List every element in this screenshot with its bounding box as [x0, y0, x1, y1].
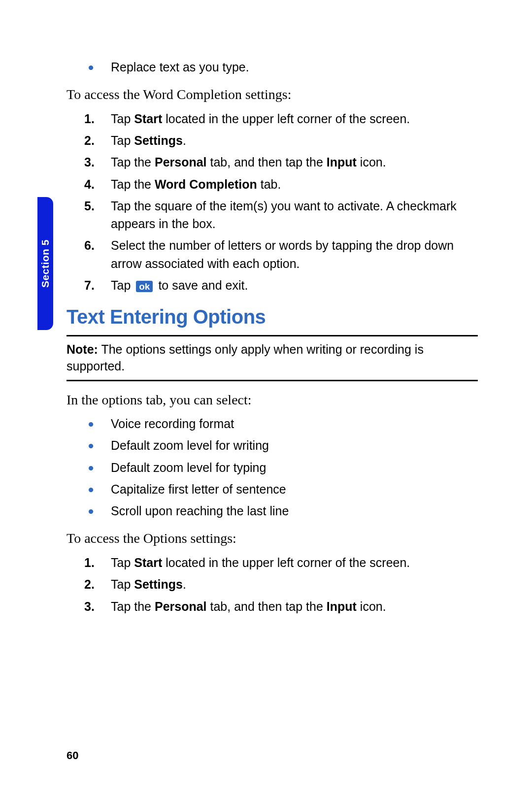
step-text: Tap the	[111, 599, 155, 613]
step-text: tab.	[257, 177, 281, 191]
intro-word-completion: To access the Word Completion settings:	[66, 85, 478, 105]
step-text: Tap the	[111, 155, 155, 169]
note-box: Note: The options settings only apply wh…	[66, 335, 478, 381]
step-number: 6.	[84, 236, 95, 254]
note-label: Note:	[66, 342, 98, 356]
step-bold: Start	[134, 112, 162, 126]
list-item: Replace text as you type.	[66, 58, 478, 76]
bullet-text: Default zoom level for typing	[111, 461, 266, 474]
step-bold: Personal	[155, 155, 207, 169]
step-text: icon.	[357, 599, 386, 613]
step-text: located in the upper left corner of the …	[162, 112, 410, 126]
step-text: tab, and then tap the	[207, 599, 327, 613]
steps-access-options: 1.Tap Start located in the upper left co…	[66, 554, 478, 615]
step-text: tab, and then tap the	[207, 155, 327, 169]
step-text: icon.	[357, 155, 386, 169]
options-bullet-list: Voice recording formatDefault zoom level…	[66, 415, 478, 520]
step-text: .	[183, 577, 186, 591]
step-item: 7.Tap ok to save and exit.	[66, 276, 478, 294]
top-bullet-list: Replace text as you type.	[66, 58, 478, 76]
step-number: 3.	[84, 598, 95, 615]
section-tab-label: Section 5	[39, 239, 51, 288]
page-number: 60	[66, 749, 78, 762]
step-number: 3.	[84, 153, 95, 171]
step-bold: Personal	[155, 599, 207, 613]
step-number: 1.	[84, 110, 95, 128]
step-item: 6.Select the number of letters or words …	[66, 236, 478, 272]
step-text: Tap	[111, 278, 134, 292]
step-number: 5.	[84, 197, 95, 215]
bullet-text: Voice recording format	[111, 417, 234, 431]
step-bold: Input	[327, 155, 357, 169]
bullet-text: Default zoom level for writing	[111, 438, 269, 452]
list-item: Default zoom level for writing	[66, 436, 478, 454]
step-text: located in the upper left corner of the …	[162, 556, 410, 569]
list-item: Capitalize first letter of sentence	[66, 480, 478, 498]
step-number: 1.	[84, 554, 95, 571]
intro-options-tab: In the options tab, you can select:	[66, 390, 478, 410]
step-item: 4.Tap the Word Completion tab.	[66, 175, 478, 193]
step-item: 2.Tap Settings.	[66, 575, 478, 593]
step-item: 2.Tap Settings.	[66, 132, 478, 149]
step-item: 1.Tap Start located in the upper left co…	[66, 554, 478, 571]
section-tab: Section 5	[37, 197, 53, 330]
step-text: Tap the square of the item(s) you want t…	[111, 199, 457, 231]
steps-word-completion: 1.Tap Start located in the upper left co…	[66, 110, 478, 294]
step-number: 2.	[84, 575, 95, 593]
manual-page: Section 5 Replace text as you type. To a…	[0, 0, 532, 799]
step-bold: Start	[134, 556, 162, 569]
step-text: Select the number of letters or words by…	[111, 238, 454, 270]
note-text: The options settings only apply when wri…	[66, 342, 424, 373]
step-bold: Settings	[134, 577, 183, 591]
step-item: 3.Tap the Personal tab, and then tap the…	[66, 153, 478, 171]
step-number: 4.	[84, 175, 95, 193]
step-text: Tap	[111, 556, 134, 569]
step-text: Tap the	[111, 177, 155, 191]
step-text: Tap	[111, 577, 134, 591]
bullet-text: Replace text as you type.	[111, 60, 249, 74]
step-number: 2.	[84, 132, 95, 149]
step-text: to save and exit.	[155, 278, 248, 292]
step-item: 3.Tap the Personal tab, and then tap the…	[66, 598, 478, 615]
step-item: 1.Tap Start located in the upper left co…	[66, 110, 478, 128]
step-bold: Word Completion	[155, 177, 257, 191]
bullet-text: Scroll upon reaching the last line	[111, 504, 289, 518]
list-item: Scroll upon reaching the last line	[66, 502, 478, 520]
list-item: Voice recording format	[66, 415, 478, 433]
bullet-text: Capitalize first letter of sentence	[111, 482, 286, 496]
step-text: Tap	[111, 133, 134, 147]
step-item: 5.Tap the square of the item(s) you want…	[66, 197, 478, 233]
step-bold: Settings	[134, 133, 183, 147]
list-item: Default zoom level for typing	[66, 459, 478, 476]
step-text: Tap	[111, 112, 134, 126]
step-number: 7.	[84, 276, 95, 294]
step-text: .	[183, 133, 186, 147]
intro-access-options: To access the Options settings:	[66, 529, 478, 549]
step-bold: Input	[327, 599, 357, 613]
ok-icon: ok	[136, 281, 153, 292]
heading-text-entering-options: Text Entering Options	[66, 306, 478, 328]
